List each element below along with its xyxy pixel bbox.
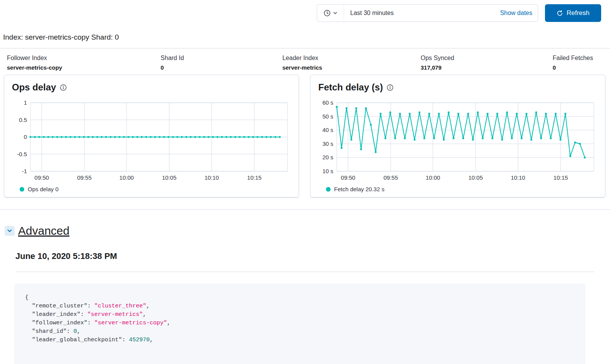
- summary-failed-fetches: Failed Fetches 0: [553, 55, 593, 71]
- summary-label: Leader Index: [282, 55, 322, 62]
- ops-delay-chart[interactable]: 10.50-0.5-109:5009:5510:0010:0510:1010:1…: [10, 98, 289, 183]
- clock-icon: [323, 9, 331, 17]
- summary-value: server-metrics: [282, 64, 322, 71]
- advanced-label: Advanced: [18, 224, 69, 237]
- accordion-chevron-icon[interactable]: [5, 226, 15, 236]
- shard-summary: Follower Index server-metrics-copy Shard…: [0, 48, 610, 71]
- svg-text:10:15: 10:15: [247, 174, 262, 181]
- svg-text:-1: -1: [22, 168, 27, 174]
- svg-text:40 s: 40 s: [323, 127, 333, 133]
- svg-text:09:55: 09:55: [77, 174, 92, 181]
- summary-value: 0: [553, 64, 593, 71]
- advanced-divider: [15, 272, 595, 272]
- chart-title: Fetch delay (s): [318, 82, 383, 93]
- page-title: Index: server-metrics-copy Shard: 0: [3, 33, 610, 42]
- legend-label: Fetch delay 20.32 s: [334, 186, 384, 192]
- fetch-delay-panel: Fetch delay (s) 60 s50 s40 s30 s20 s10 s…: [310, 75, 605, 197]
- svg-text:09:50: 09:50: [341, 174, 356, 181]
- svg-text:10 s: 10 s: [323, 168, 333, 174]
- svg-text:0: 0: [24, 134, 27, 140]
- section-divider: [0, 209, 610, 210]
- svg-text:09:50: 09:50: [35, 174, 49, 181]
- summary-label: Shard Id: [160, 55, 184, 62]
- chevron-down-icon: [333, 11, 338, 15]
- summary-value: 0: [160, 64, 184, 71]
- code-pre: { "remote_cluster": "cluster_three", "le…: [25, 294, 575, 344]
- chart-panels: Ops delay 10.50-0.5-109:5009:5510:0010:0…: [0, 75, 610, 197]
- top-toolbar: Last 30 minutes Show dates Refresh: [0, 0, 610, 22]
- summary-follower-index: Follower Index server-metrics-copy: [7, 55, 62, 71]
- svg-text:50 s: 50 s: [323, 113, 333, 120]
- ops-delay-panel: Ops delay 10.50-0.5-109:5009:5510:0010:0…: [4, 75, 299, 197]
- advanced-timestamp: June 10, 2020 5:18:38 PM: [15, 251, 610, 261]
- svg-text:0.5: 0.5: [19, 117, 27, 123]
- legend-dot: [20, 187, 24, 192]
- time-quick-select-button[interactable]: [317, 5, 344, 22]
- legend-label: Ops delay 0: [28, 186, 58, 192]
- show-dates-button[interactable]: Show dates: [500, 10, 538, 17]
- svg-text:10:00: 10:00: [119, 174, 134, 181]
- legend-dot: [326, 187, 331, 192]
- ops-delay-legend[interactable]: Ops delay 0: [20, 186, 292, 192]
- info-icon[interactable]: [60, 84, 67, 91]
- summary-leader-index: Leader Index server-metrics: [282, 55, 322, 71]
- refresh-button[interactable]: Refresh: [545, 4, 601, 22]
- svg-text:10:05: 10:05: [468, 174, 483, 181]
- summary-label: Follower Index: [7, 55, 62, 62]
- summary-shard-id: Shard Id 0: [160, 55, 184, 71]
- svg-text:10:05: 10:05: [162, 174, 177, 181]
- time-range-value[interactable]: Last 30 minutes: [344, 10, 500, 17]
- svg-text:30 s: 30 s: [323, 140, 333, 147]
- fetch-delay-legend[interactable]: Fetch delay 20.32 s: [326, 186, 599, 192]
- summary-value: server-metrics-copy: [7, 64, 62, 71]
- super-date-picker: Last 30 minutes Show dates: [317, 4, 538, 22]
- svg-text:1: 1: [24, 99, 27, 106]
- svg-text:10:15: 10:15: [553, 174, 568, 181]
- svg-text:10:10: 10:10: [511, 174, 525, 181]
- code-block: { "remote_cluster": "cluster_three", "le…: [14, 284, 585, 364]
- refresh-icon: [557, 10, 563, 17]
- refresh-button-label: Refresh: [567, 9, 590, 17]
- svg-text:20 s: 20 s: [323, 154, 333, 160]
- svg-text:10:10: 10:10: [204, 174, 219, 181]
- svg-text:10:00: 10:00: [426, 174, 440, 181]
- code-content: { "remote_cluster": "cluster_three", "le…: [25, 294, 575, 344]
- summary-label: Ops Synced: [421, 55, 454, 62]
- summary-ops-synced: Ops Synced 317,079: [421, 55, 454, 71]
- advanced-accordion-toggle[interactable]: Advanced: [5, 224, 610, 237]
- summary-value: 317,079: [421, 64, 454, 71]
- svg-text:09:55: 09:55: [384, 174, 398, 181]
- chart-title: Ops delay: [12, 82, 56, 93]
- svg-text:-0.5: -0.5: [17, 151, 27, 157]
- summary-label: Failed Fetches: [553, 55, 593, 62]
- fetch-delay-chart[interactable]: 60 s50 s40 s30 s20 s10 s09:5009:5510:001…: [317, 98, 595, 183]
- info-icon[interactable]: [387, 84, 393, 91]
- svg-text:60 s: 60 s: [323, 99, 333, 106]
